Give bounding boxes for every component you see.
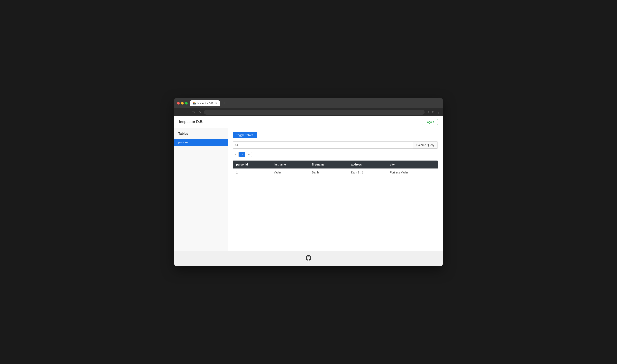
table-header-row: personid lastname firstname address city — [233, 160, 438, 169]
title-bar: 🗃️ Inspector D.B. ✕ + — [174, 98, 443, 108]
cell-firstname: Darth — [309, 169, 348, 177]
active-tab[interactable]: 🗃️ Inspector D.B. ✕ — [190, 100, 220, 106]
sidebar-heading: Tables — [174, 130, 228, 139]
current-page-button[interactable]: 1 — [239, 152, 245, 157]
sidebar-item-persons[interactable]: persons — [174, 139, 228, 146]
tab-favicon-icon: 🗃️ — [193, 102, 196, 104]
url-input[interactable]: 127.0.0.1:8000/app/table/persons — [204, 110, 425, 115]
tab-bar: 🗃️ Inspector D.B. ✕ + — [190, 100, 440, 106]
traffic-lights — [177, 102, 188, 104]
extensions-icon[interactable]: ⊞ — [432, 110, 434, 114]
query-input[interactable] — [241, 142, 413, 148]
pagination: « 1 » — [233, 152, 438, 157]
tab-title: Inspector D.B. — [197, 102, 214, 105]
sidebar: Tables persons — [174, 128, 228, 251]
table-body: 1 Vader Darth Dark St. 1 Fortress Vader — [233, 169, 438, 177]
menu-icon[interactable]: ⋮ — [437, 110, 440, 114]
app-header: Inspector D.B. Logout — [174, 116, 443, 128]
logout-button[interactable]: Logout — [422, 119, 438, 125]
reload-button[interactable]: ↻ — [191, 110, 196, 115]
bookmark-icon[interactable]: ☆ — [427, 110, 430, 114]
minimize-button[interactable] — [181, 102, 184, 104]
app-footer — [174, 251, 443, 266]
maximize-button[interactable] — [185, 102, 188, 104]
table-row: 1 Vader Darth Dark St. 1 Fortress Vader — [233, 169, 438, 177]
toggle-tables-button[interactable]: Toggle Tables — [233, 132, 257, 138]
col-lastname: lastname — [271, 160, 309, 169]
browser-window: 🗃️ Inspector D.B. ✕ + ← → ↻ ⌂ 127.0.0.1:… — [174, 98, 443, 266]
cell-lastname: Vader — [271, 169, 309, 177]
col-personid: personid — [233, 160, 271, 169]
prev-page-button[interactable]: « — [233, 152, 238, 157]
github-icon[interactable] — [306, 255, 311, 262]
main-content: Toggle Tables >> Execute Query « 1 » — [228, 128, 443, 251]
cell-personid: 1 — [233, 169, 271, 177]
close-button[interactable] — [177, 102, 180, 104]
tab-close-icon[interactable]: ✕ — [215, 102, 217, 104]
data-table: personid lastname firstname address city… — [233, 160, 438, 177]
back-button[interactable]: ← — [177, 110, 182, 114]
app-title: Inspector D.B. — [179, 120, 203, 124]
col-address: address — [348, 160, 387, 169]
next-page-button[interactable]: » — [246, 152, 252, 157]
col-city: city — [387, 160, 438, 169]
cell-address: Dark St. 1 — [348, 169, 387, 177]
cell-city: Fortress Vader — [387, 169, 438, 177]
query-prefix: >> — [233, 142, 241, 148]
execute-query-button[interactable]: Execute Query — [413, 142, 438, 148]
app-content: Inspector D.B. Logout Tables persons Tog… — [174, 116, 443, 266]
home-button[interactable]: ⌂ — [198, 110, 202, 114]
address-bar: ← → ↻ ⌂ 127.0.0.1:8000/app/table/persons… — [174, 108, 443, 116]
browser-chrome: 🗃️ Inspector D.B. ✕ + ← → ↻ ⌂ 127.0.0.1:… — [174, 98, 443, 116]
browser-actions: ☆ ⊞ ⋮ — [427, 110, 440, 114]
col-firstname: firstname — [309, 160, 348, 169]
new-tab-button[interactable]: + — [222, 100, 227, 106]
query-bar: >> Execute Query — [233, 142, 438, 149]
app-body: Tables persons Toggle Tables >> Execute … — [174, 128, 443, 251]
forward-button[interactable]: → — [184, 110, 189, 114]
table-head: personid lastname firstname address city — [233, 160, 438, 169]
